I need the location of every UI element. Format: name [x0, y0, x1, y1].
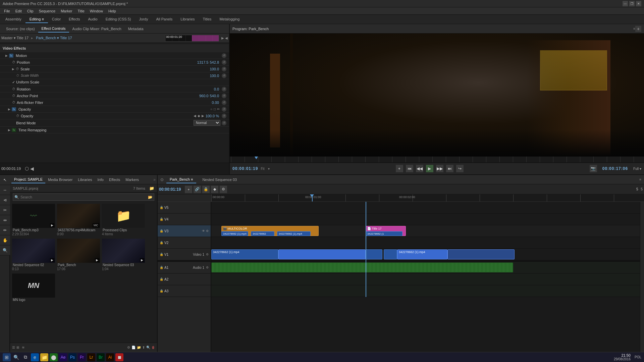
- ec-zoom-out[interactable]: ◀: [30, 166, 34, 171]
- project-panel-menu[interactable]: »: [153, 177, 156, 182]
- menu-edit[interactable]: Edit: [13, 8, 24, 14]
- tab-effect-controls[interactable]: Effect Controls: [38, 25, 69, 33]
- tab-metadata[interactable]: Metadata: [125, 25, 147, 32]
- ws-tab-editing[interactable]: Editing ≡: [25, 16, 48, 23]
- ws-tab-audio[interactable]: Audio: [84, 16, 102, 23]
- fx-time-remapping-row[interactable]: ▶ fx Time Remapping: [0, 127, 229, 133]
- position-reset[interactable]: ↺: [222, 60, 226, 65]
- v1-clip3[interactable]: [366, 249, 382, 259]
- ws-tab-color[interactable]: Color: [48, 16, 65, 23]
- ec-fit-to-frame[interactable]: ⬡: [25, 166, 29, 171]
- icon-view-btn[interactable]: ⊞: [16, 346, 19, 349]
- marker-out-btn[interactable]: ↪: [456, 165, 464, 172]
- motion-reset[interactable]: ↺: [222, 53, 226, 58]
- blend-mode-reset[interactable]: ↺: [222, 121, 226, 125]
- tl-settings-btn[interactable]: ⚙: [220, 186, 227, 193]
- opacity-reset[interactable]: ↺: [222, 114, 226, 118]
- find-btn[interactable]: 🔍: [146, 346, 150, 349]
- pen-tool[interactable]: ✏: [0, 225, 10, 235]
- new-item-btn[interactable]: 📄: [131, 346, 136, 349]
- hand-tool[interactable]: ✋: [0, 235, 10, 245]
- search-btn[interactable]: 🔍: [12, 353, 20, 361]
- marker-in-btn[interactable]: ⌖: [396, 165, 403, 172]
- position-stopwatch[interactable]: ⏱: [12, 60, 15, 64]
- tab-effects[interactable]: Effects: [106, 176, 123, 183]
- ws-tab-jordy[interactable]: Jordy: [135, 16, 152, 23]
- tab-media-browser[interactable]: Media Browser: [45, 176, 75, 183]
- explorer-btn[interactable]: 📁: [40, 353, 48, 361]
- tab-libraries[interactable]: Libraries: [75, 176, 95, 183]
- ripple-tool[interactable]: ⊲: [0, 195, 10, 205]
- zoom-tool[interactable]: 🔍: [0, 245, 10, 255]
- task-view-btn[interactable]: ⧉: [21, 353, 30, 361]
- list-item[interactable]: 📁 Processed Clips 4 Items: [101, 203, 145, 237]
- v3-sub-clip2[interactable]: 342278662: [251, 231, 274, 236]
- chrome-btn[interactable]: ⬤: [50, 353, 58, 361]
- blend-mode-select[interactable]: Normal Multiply Screen Overlay: [194, 120, 220, 126]
- a1-settings[interactable]: ⚙: [206, 266, 209, 269]
- scale-width-value[interactable]: 100.0: [210, 74, 219, 78]
- ps-btn[interactable]: Ps: [68, 353, 76, 361]
- menu-help[interactable]: Help: [106, 8, 119, 14]
- tl-close-indicator[interactable]: ⊙: [160, 177, 164, 182]
- ws-tab-effects[interactable]: Effects: [65, 16, 84, 23]
- v1-clip4[interactable]: [384, 249, 397, 259]
- tab-park-bench[interactable]: Park_Bench ≡: [166, 176, 196, 183]
- next-frame-btn[interactable]: ▶▶: [436, 165, 443, 172]
- edge-btn[interactable]: e: [31, 353, 39, 361]
- v4-lock[interactable]: 🔒: [160, 218, 163, 221]
- tab-nested-seq[interactable]: Nested Sequence 03: [199, 176, 240, 183]
- list-item[interactable]: 〰 ▶ Park_Bench.mp3 2:29:32364: [11, 203, 55, 237]
- v1-lock[interactable]: 🔒: [160, 253, 163, 256]
- add-keyframe-btn[interactable]: ◆: [198, 114, 200, 118]
- prev-frame-btn[interactable]: ◀◀: [416, 165, 423, 172]
- pr-btn[interactable]: Pr: [78, 353, 86, 361]
- new-bin-icon[interactable]: 📂: [148, 195, 153, 199]
- tl-lock-btn[interactable]: 🔒: [202, 186, 210, 193]
- a2-lock[interactable]: 🔒: [160, 278, 163, 281]
- export-frame-btn[interactable]: 📷: [590, 165, 597, 172]
- rotation-reset[interactable]: ↺: [222, 87, 226, 92]
- scale-stopwatch[interactable]: ⏱: [16, 67, 19, 71]
- v3-sub-clip4[interactable]: 342278662 (1: [366, 231, 402, 236]
- new-folder-icon[interactable]: 📁: [149, 186, 154, 191]
- v3-sub-clip3[interactable]: 342278662 (1).mp4: [277, 231, 311, 236]
- opacity-section-reset[interactable]: ↺: [222, 107, 226, 112]
- ws-tab-metalogging[interactable]: Metalogging: [215, 16, 244, 23]
- step-back-btn[interactable]: ⏮: [406, 165, 413, 172]
- slip-tool[interactable]: ⇔: [0, 215, 10, 225]
- menu-marker[interactable]: Marker: [58, 8, 75, 14]
- menu-window[interactable]: Window: [87, 8, 106, 14]
- tab-info[interactable]: Info: [95, 176, 106, 183]
- prev-keyframe-btn[interactable]: ◀: [194, 114, 196, 118]
- play-stop-btn[interactable]: ▶: [426, 165, 433, 172]
- lr-btn[interactable]: Lr: [87, 353, 95, 361]
- timeline-scrollbar[interactable]: [640, 202, 644, 352]
- fx-motion-row[interactable]: ▶ fx Motion ↺: [0, 52, 229, 59]
- fx-uniform-scale-row[interactable]: ✓ Uniform Scale: [0, 79, 229, 86]
- menu-clip[interactable]: Clip: [24, 8, 36, 14]
- anchor-x[interactable]: 960.0: [199, 94, 209, 98]
- list-item[interactable]: MN MN logo: [11, 273, 55, 303]
- next-keyframe-btn[interactable]: ▶: [202, 114, 204, 118]
- position-x[interactable]: 1317.5: [197, 60, 209, 64]
- tl-add-track[interactable]: +: [185, 186, 192, 193]
- tl-link-btn[interactable]: 🔗: [194, 186, 201, 193]
- v1-settings[interactable]: ⚙: [206, 253, 209, 256]
- opacity-value[interactable]: 100.0 %: [206, 114, 219, 118]
- step-fwd-btn[interactable]: ⏭: [446, 165, 453, 172]
- project-settings-btn[interactable]: ⚙: [127, 346, 130, 349]
- anchor-y[interactable]: 540.0: [210, 94, 219, 98]
- position-y[interactable]: 542.8: [210, 60, 219, 64]
- tl-menu-btn[interactable]: ≡: [639, 178, 641, 181]
- a3-lock[interactable]: 🔒: [160, 289, 163, 293]
- list-item[interactable]: ▶ Park_Bench 17:06: [56, 238, 100, 272]
- v5-lock[interactable]: 🔒: [160, 206, 163, 209]
- list-item[interactable]: ▶ Nested Sequence 02 0:13: [11, 238, 55, 272]
- menu-title[interactable]: Title: [75, 8, 87, 14]
- rotation-value[interactable]: 0.0: [214, 87, 219, 91]
- add-program-panel[interactable]: +: [635, 26, 641, 32]
- anchor-reset[interactable]: ↺: [222, 94, 226, 98]
- v1-clip2[interactable]: [278, 249, 366, 259]
- ws-tab-libraries[interactable]: Libraries: [176, 16, 199, 23]
